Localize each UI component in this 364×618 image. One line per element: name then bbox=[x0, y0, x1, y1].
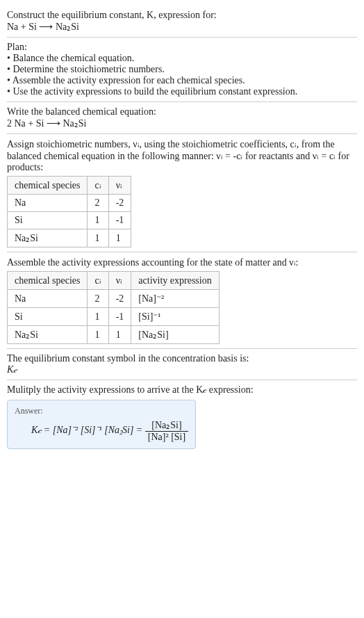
col-activity: activity expression bbox=[131, 272, 219, 290]
plan-item: • Determine the stoichiometric numbers. bbox=[7, 64, 357, 75]
answer-lhs: K𝒸 = [Na]⁻² [Si]⁻¹ [Na₂Si] = bbox=[31, 425, 145, 435]
fraction-denominator: [Na]² [Si] bbox=[145, 432, 188, 443]
answer-fraction: [Na₂Si] [Na]² [Si] bbox=[145, 419, 188, 443]
plan-section: Plan: • Balance the chemical equation. •… bbox=[7, 38, 357, 101]
col-species: chemical species bbox=[8, 177, 88, 195]
stoich-section: Assign stoichiometric numbers, νᵢ, using… bbox=[7, 134, 357, 252]
col-species: chemical species bbox=[8, 272, 88, 290]
col-ci: cᵢ bbox=[88, 272, 108, 290]
activity-section: Assemble the activity expressions accoun… bbox=[7, 252, 357, 348]
table-row: Na₂Si 1 1 [Na₂Si] bbox=[8, 326, 220, 344]
table-header-row: chemical species cᵢ νᵢ activity expressi… bbox=[8, 272, 220, 290]
answer-box: Answer: K𝒸 = [Na]⁻² [Si]⁻¹ [Na₂Si] = [Na… bbox=[7, 400, 196, 449]
col-vi: νᵢ bbox=[108, 177, 131, 195]
unbalanced-equation: Na + Si ⟶ Na₂Si bbox=[7, 21, 357, 33]
answer-expression: K𝒸 = [Na]⁻² [Si]⁻¹ [Na₂Si] = [Na₂Si] [Na… bbox=[15, 419, 188, 443]
col-ci: cᵢ bbox=[88, 177, 108, 195]
multiply-line: Mulitply the activity expressions to arr… bbox=[7, 384, 357, 396]
balanced-section: Write the balanced chemical equation: 2 … bbox=[7, 102, 357, 133]
balanced-equation: 2 Na + Si ⟶ Na₂Si bbox=[7, 117, 357, 129]
plan-heading: Plan: bbox=[7, 42, 357, 53]
table-row: Si 1 -1 bbox=[8, 212, 131, 229]
table-row: Si 1 -1 [Si]⁻¹ bbox=[8, 308, 220, 326]
activity-table: chemical species cᵢ νᵢ activity expressi… bbox=[7, 271, 220, 344]
plan-item: • Assemble the activity expression for e… bbox=[7, 75, 357, 86]
plan-item: • Balance the chemical equation. bbox=[7, 53, 357, 64]
answer-label: Answer: bbox=[15, 406, 188, 416]
col-vi: νᵢ bbox=[108, 272, 131, 290]
stoich-table: chemical species cᵢ νᵢ Na 2 -2 Si 1 -1 N… bbox=[7, 176, 131, 247]
table-row: Na 2 -2 [Na]⁻² bbox=[8, 290, 220, 308]
balanced-heading: Write the balanced chemical equation: bbox=[7, 106, 357, 117]
symbol-line: The equilibrium constant symbol in the c… bbox=[7, 353, 357, 364]
plan-item: • Use the activity expressions to build … bbox=[7, 86, 357, 97]
fraction-numerator: [Na₂Si] bbox=[145, 419, 188, 432]
table-row: Na 2 -2 bbox=[8, 195, 131, 212]
prompt-line: Construct the equilibrium constant, K, e… bbox=[7, 10, 357, 21]
activity-intro: Assemble the activity expressions accoun… bbox=[7, 257, 357, 268]
multiply-section: Mulitply the activity expressions to arr… bbox=[7, 380, 357, 453]
kc-symbol: K𝒸 bbox=[7, 364, 357, 375]
problem-statement: Construct the equilibrium constant, K, e… bbox=[7, 6, 357, 37]
stoich-intro: Assign stoichiometric numbers, νᵢ, using… bbox=[7, 138, 357, 173]
table-row: Na₂Si 1 1 bbox=[8, 229, 131, 247]
table-header-row: chemical species cᵢ νᵢ bbox=[8, 177, 131, 195]
symbol-section: The equilibrium constant symbol in the c… bbox=[7, 349, 357, 380]
